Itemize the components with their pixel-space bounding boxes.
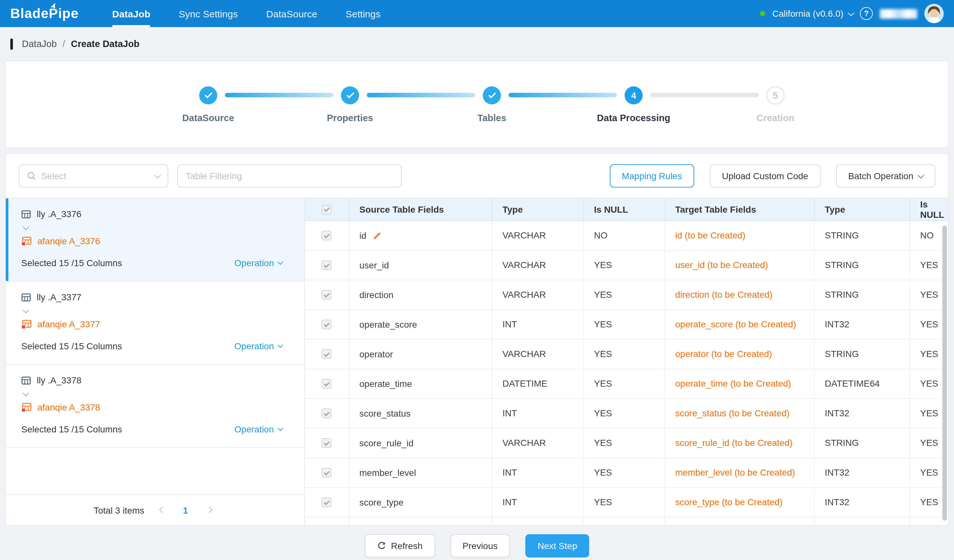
nav-item-label: DataSource (266, 8, 317, 19)
nav-item-label: Settings (346, 8, 380, 19)
table-mapping-item[interactable]: lly .A_3378 afanqie A_3378 Selected 15 /… (6, 365, 304, 448)
next-page-button[interactable] (201, 502, 217, 518)
operation-link[interactable]: Operation (234, 258, 282, 268)
target-field-type: DATETIME64 (814, 369, 910, 398)
row-checkbox[interactable] (322, 261, 332, 270)
source-field-name: operate_score (359, 319, 417, 330)
source-field-isnull: YES (583, 457, 664, 487)
breadcrumb-parent[interactable]: DataJob (22, 39, 57, 49)
nav-item[interactable]: Sync Settings (164, 0, 252, 27)
mapping-rules-button[interactable]: Mapping Rules (610, 164, 694, 188)
help-icon[interactable]: ? (860, 7, 873, 20)
chevron-down-icon (278, 260, 283, 265)
table-mapping-item[interactable]: lly .A_3377 afanqie A_3377 Selected 15 /… (6, 282, 304, 365)
table-list-footer: Total 3 items 1 (6, 494, 304, 525)
row-checkbox[interactable] (322, 290, 332, 300)
target-field-name: operator (to be Created) (664, 339, 814, 369)
target-table-name: afanqie A_3377 (37, 319, 100, 329)
chevron-down-icon (23, 390, 29, 396)
nav-item-label: Sync Settings (179, 8, 237, 19)
table-list: lly .A_3376 afanqie A_3376 Selected 15 /… (6, 199, 304, 494)
row-checkbox[interactable] (322, 320, 332, 330)
row-checkbox[interactable] (322, 231, 332, 241)
previous-button[interactable]: Previous (450, 534, 510, 557)
mapping-direction (21, 221, 282, 234)
mapping-direction (21, 304, 282, 317)
row-checkbox[interactable] (322, 439, 332, 448)
nav-item-label: DataJob (112, 8, 150, 19)
edit-field-icon[interactable] (374, 232, 381, 240)
row-checkbox[interactable] (322, 498, 332, 507)
nav-item[interactable]: DataJob (98, 0, 164, 27)
row-checkbox[interactable] (322, 409, 332, 418)
page-title: Create DataJob (71, 39, 140, 49)
step-number: 5 (773, 90, 778, 101)
target-field-name: user_id (to be Created) (664, 250, 814, 280)
fields-mapping-table: Source Table Fields Type Is NULL Target … (305, 199, 948, 525)
data-processing-panel: Select Mapping Rules Upload Custom Code … (5, 153, 949, 526)
source-table-row: lly .A_3378 (21, 373, 282, 387)
source-table-name: lly .A_3378 (37, 375, 81, 385)
row-checkbox[interactable] (322, 468, 332, 478)
operation-link[interactable]: Operation (234, 341, 282, 351)
step-connector (367, 93, 475, 97)
wizard-footer: Refresh Previous Next Step (0, 526, 954, 557)
chevron-down-icon (23, 224, 29, 229)
target-table-icon (21, 236, 31, 246)
toolbar: Select Mapping Rules Upload Custom Code … (6, 154, 948, 198)
source-field-type: INT (492, 487, 583, 517)
user-avatar[interactable] (924, 4, 944, 23)
step-connector (650, 93, 759, 97)
select-dropdown[interactable]: Select (19, 164, 168, 188)
source-table-row: lly .A_3377 (21, 290, 282, 304)
source-field-name: score_status (359, 408, 411, 418)
target-table-icon (21, 402, 31, 412)
table-filter-input[interactable] (177, 164, 402, 188)
field-mapping-row: id VARCHAR NO id (to be Created) STRING … (305, 220, 948, 250)
row-checkbox[interactable] (322, 350, 332, 359)
selected-columns-label: Selected 15 /15 Columns (21, 258, 122, 268)
source-field-type: VARCHAR (492, 220, 583, 250)
upload-custom-code-button[interactable]: Upload Custom Code (710, 164, 821, 188)
table-scrollbar[interactable] (942, 226, 947, 521)
source-table-row: lly .A_3376 (21, 207, 282, 221)
page-number[interactable]: 1 (178, 502, 193, 518)
row-checkbox[interactable] (322, 379, 332, 389)
source-field-isnull: YES (583, 250, 664, 280)
source-field-type: DATETIME (492, 369, 583, 398)
source-field-type: INT (492, 398, 583, 428)
step-circle-tables (483, 86, 501, 104)
chevron-down-icon (278, 342, 283, 348)
source-field-name: direction (359, 290, 394, 300)
target-table-row: afanqie A_3376 (21, 234, 282, 248)
batch-operation-button[interactable]: Batch Operation (836, 164, 935, 188)
target-field-type: INT32 (814, 398, 910, 428)
region-selector[interactable]: California (v0.6.0) (772, 8, 853, 19)
operation-link[interactable]: Operation (234, 424, 282, 434)
header-source-fields: Source Table Fields (349, 199, 492, 220)
target-field-type: INT32 (814, 457, 910, 487)
wizard-stepper: 4 5 DataSource Properties Tables Data Pr… (5, 61, 949, 148)
table-list-panel: lly .A_3376 afanqie A_3376 Selected 15 /… (6, 199, 305, 525)
chevron-down-icon (278, 426, 283, 431)
step-circle-creation: 5 (767, 86, 784, 104)
nav-item[interactable]: Settings (331, 0, 394, 27)
source-field-isnull: YES (583, 339, 664, 369)
select-all-checkbox[interactable] (322, 205, 332, 215)
field-mapping-row: score_type INT YES score_type (to be Cre… (305, 487, 948, 517)
header-target-isnull: Is NULL (910, 199, 948, 220)
refresh-button[interactable]: Refresh (365, 534, 435, 557)
source-field-type: VARCHAR (492, 428, 583, 457)
next-step-button[interactable]: Next Step (525, 534, 589, 557)
source-field-type: VARCHAR (492, 280, 583, 309)
table-mapping-item[interactable]: lly .A_3376 afanqie A_3376 Selected 15 /… (6, 199, 304, 282)
nav-item[interactable]: DataSource (252, 0, 331, 27)
source-table-icon (21, 375, 31, 385)
operation-label: Operation (234, 424, 274, 434)
breadcrumb: DataJob / Create DataJob (0, 27, 954, 61)
target-field-name: direction (to be Created) (664, 280, 814, 309)
target-field-type: STRING (814, 220, 910, 250)
prev-page-button[interactable] (155, 502, 170, 518)
field-mapping-row: score_status INT YES score_status (to be… (305, 398, 948, 428)
field-mapping-row: operate_score INT YES operate_score (to … (305, 309, 948, 339)
